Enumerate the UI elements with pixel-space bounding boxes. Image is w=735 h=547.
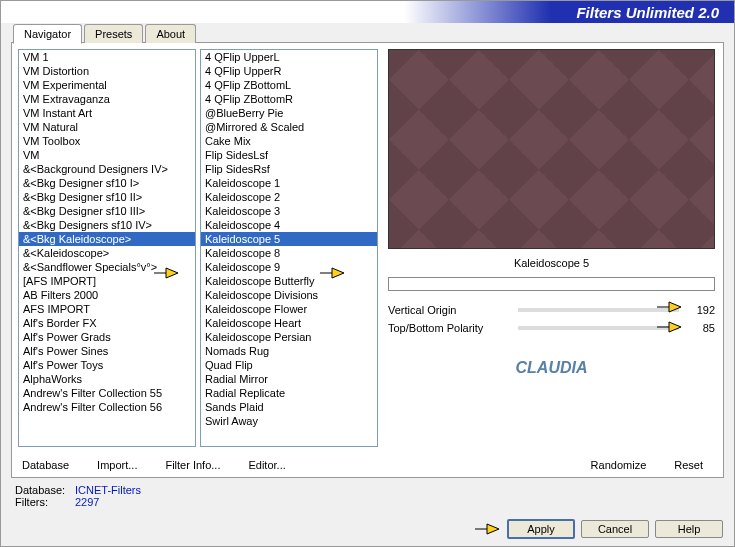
list-item[interactable]: VM Distortion — [19, 64, 195, 78]
list-item[interactable]: Kaleidoscope 3 — [201, 204, 377, 218]
param-row-vertical-origin: Vertical Origin 192 — [388, 301, 715, 319]
link-database[interactable]: Database — [22, 459, 69, 471]
list-item[interactable]: Andrew's Filter Collection 56 — [19, 400, 195, 414]
list-item[interactable]: 4 QFlip UpperR — [201, 64, 377, 78]
link-editor[interactable]: Editor... — [248, 459, 285, 471]
right-panel: Kaleidoscope 5 Vertical Origin 192 Top/B… — [380, 43, 723, 477]
tab-presets[interactable]: Presets — [84, 24, 143, 43]
list-item[interactable]: Flip SidesRsf — [201, 162, 377, 176]
list-item[interactable]: Flip SidesLsf — [201, 148, 377, 162]
filter-list[interactable]: 4 QFlip UpperL4 QFlip UpperR4 QFlip ZBot… — [200, 49, 378, 447]
param-label: Top/Bottom Polarity — [388, 322, 518, 334]
list-item[interactable]: Kaleidoscope Divisions — [201, 288, 377, 302]
list-item[interactable]: VM — [19, 148, 195, 162]
list-item[interactable]: @BlueBerry Pie — [201, 106, 377, 120]
list-item[interactable]: Kaleidoscope 1 — [201, 176, 377, 190]
app-title: Filters Unlimited 2.0 — [576, 4, 719, 21]
list-item[interactable]: Kaleidoscope 9 — [201, 260, 377, 274]
list-item[interactable]: Alf's Border FX — [19, 316, 195, 330]
main-panel: VM 1VM DistortionVM ExperimentalVM Extra… — [11, 42, 724, 478]
param-value: 85 — [685, 322, 715, 334]
link-import[interactable]: Import... — [97, 459, 137, 471]
list-item[interactable]: Kaleidoscope Butterfly — [201, 274, 377, 288]
list-item[interactable]: Alf's Power Sines — [19, 344, 195, 358]
list-item[interactable]: &<Sandflower Specials°v°> — [19, 260, 195, 274]
list-item[interactable]: &<Bkg Designer sf10 III> — [19, 204, 195, 218]
slider-top-bottom-polarity[interactable] — [518, 326, 679, 330]
list-item[interactable]: VM Extravaganza — [19, 92, 195, 106]
footer-filters-value: 2297 — [75, 496, 99, 508]
list-item[interactable]: &<Bkg Designers sf10 IV> — [19, 218, 195, 232]
slider-vertical-origin[interactable] — [518, 308, 679, 312]
help-button[interactable]: Help — [655, 520, 723, 538]
list-item[interactable]: Radial Mirror — [201, 372, 377, 386]
list-item[interactable]: @Mirrored & Scaled — [201, 120, 377, 134]
category-list[interactable]: VM 1VM DistortionVM ExperimentalVM Extra… — [18, 49, 196, 447]
bottom-link-bar: Database Import... Filter Info... Editor… — [22, 459, 713, 471]
list-item[interactable]: Quad Flip — [201, 358, 377, 372]
list-item[interactable]: Kaleidoscope 2 — [201, 190, 377, 204]
list-item[interactable]: 4 QFlip ZBottomL — [201, 78, 377, 92]
link-reset[interactable]: Reset — [674, 459, 703, 471]
list-item[interactable]: AFS IMPORT — [19, 302, 195, 316]
list-item[interactable]: Kaleidoscope Flower — [201, 302, 377, 316]
list-item[interactable]: 4 QFlip UpperL — [201, 50, 377, 64]
cancel-button[interactable]: Cancel — [581, 520, 649, 538]
param-label: Vertical Origin — [388, 304, 518, 316]
list-item[interactable]: Andrew's Filter Collection 55 — [19, 386, 195, 400]
preview-image — [388, 49, 715, 249]
list-item[interactable]: Kaleidoscope 4 — [201, 218, 377, 232]
footer-filters-label: Filters: — [15, 496, 75, 508]
list-item[interactable]: VM Natural — [19, 120, 195, 134]
list-item[interactable]: Kaleidoscope Heart — [201, 316, 377, 330]
list-item[interactable]: Kaleidoscope Persian — [201, 330, 377, 344]
list-item[interactable]: Kaleidoscope 8 — [201, 246, 377, 260]
param-value: 192 — [685, 304, 715, 316]
tab-navigator[interactable]: Navigator — [13, 24, 82, 44]
footer-info: Database: ICNET-Filters Filters: 2297 — [15, 484, 720, 508]
link-filter-info[interactable]: Filter Info... — [165, 459, 220, 471]
watermark: CLAUDIA — [388, 359, 715, 377]
list-item[interactable]: [AFS IMPORT] — [19, 274, 195, 288]
list-item[interactable]: &<Background Designers IV> — [19, 162, 195, 176]
list-item[interactable]: &<Bkg Designer sf10 I> — [19, 176, 195, 190]
list-item[interactable]: Cake Mix — [201, 134, 377, 148]
list-item[interactable]: &<Bkg Designer sf10 II> — [19, 190, 195, 204]
list-item[interactable]: VM Toolbox — [19, 134, 195, 148]
list-item[interactable]: Kaleidoscope 5 — [201, 232, 377, 246]
param-row-top-bottom-polarity: Top/Bottom Polarity 85 — [388, 319, 715, 337]
link-randomize[interactable]: Randomize — [591, 459, 647, 471]
list-item[interactable]: Radial Replicate — [201, 386, 377, 400]
footer-db-value: ICNET-Filters — [75, 484, 141, 496]
list-item[interactable]: &<Bkg Kaleidoscope> — [19, 232, 195, 246]
list-item[interactable]: &<Kaleidoscope> — [19, 246, 195, 260]
list-item[interactable]: AB Filters 2000 — [19, 288, 195, 302]
list-item[interactable]: Alf's Power Grads — [19, 330, 195, 344]
progress-bar — [388, 277, 715, 291]
apply-button[interactable]: Apply — [507, 519, 575, 539]
pointer-icon — [473, 519, 501, 539]
list-item[interactable]: VM Experimental — [19, 78, 195, 92]
tab-about[interactable]: About — [145, 24, 196, 43]
footer-db-label: Database: — [15, 484, 75, 496]
list-item[interactable]: 4 QFlip ZBottomR — [201, 92, 377, 106]
list-item[interactable]: Swirl Away — [201, 414, 377, 428]
pointer-icon — [655, 297, 683, 317]
list-item[interactable]: VM Instant Art — [19, 106, 195, 120]
list-item[interactable]: Sands Plaid — [201, 400, 377, 414]
list-item[interactable]: VM 1 — [19, 50, 195, 64]
header: Filters Unlimited 2.0 — [1, 1, 734, 23]
list-item[interactable]: Alf's Power Toys — [19, 358, 195, 372]
list-item[interactable]: Nomads Rug — [201, 344, 377, 358]
preview-label: Kaleidoscope 5 — [388, 249, 715, 277]
footer-buttons: Apply Cancel Help — [473, 519, 723, 539]
list-item[interactable]: AlphaWorks — [19, 372, 195, 386]
tab-bar: Navigator Presets About — [1, 24, 734, 43]
